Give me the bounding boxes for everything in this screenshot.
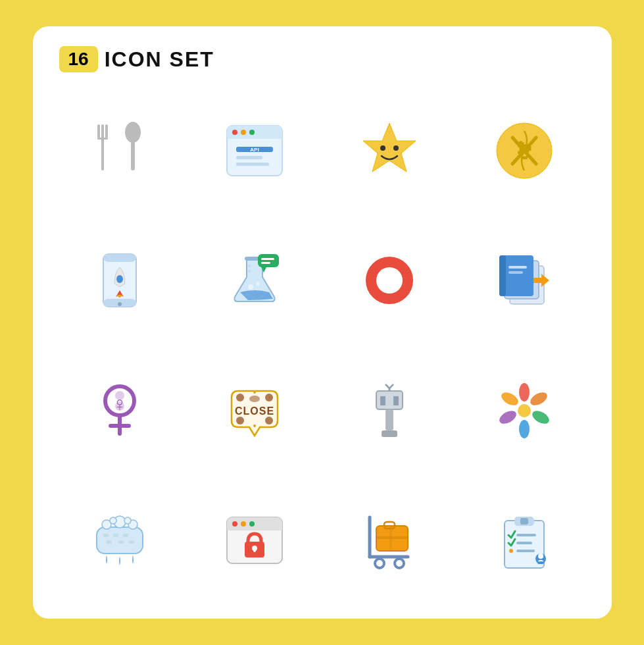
icon-cell-secure-browser <box>194 482 316 600</box>
icon-lab-chat <box>209 234 301 326</box>
icon-cell-star <box>329 92 451 209</box>
svg-point-25 <box>118 302 122 306</box>
svg-point-37 <box>376 267 403 294</box>
icon-cell-lab-chat <box>194 222 316 340</box>
svg-rect-45 <box>533 278 543 283</box>
icon-cell-sponge <box>59 482 181 600</box>
svg-rect-1 <box>97 124 100 139</box>
svg-rect-104 <box>516 542 532 544</box>
svg-point-57 <box>253 391 256 394</box>
svg-point-69 <box>519 420 530 438</box>
svg-point-106 <box>509 549 513 553</box>
icon-cell-usb <box>329 352 451 469</box>
svg-rect-62 <box>393 396 399 405</box>
svg-rect-99 <box>389 526 392 551</box>
svg-point-18 <box>380 145 385 151</box>
icon-mobile-launch <box>74 234 166 326</box>
svg-point-28 <box>248 284 253 290</box>
svg-point-70 <box>497 408 518 426</box>
icon-sponge <box>74 494 166 586</box>
svg-point-68 <box>530 408 551 426</box>
icon-close-sign: CLOSE <box>209 365 301 457</box>
svg-point-26 <box>116 275 123 283</box>
svg-point-94 <box>375 559 384 568</box>
icon-api: API <box>209 105 301 197</box>
svg-point-5 <box>125 122 141 143</box>
svg-rect-82 <box>107 540 112 544</box>
svg-point-88 <box>232 521 237 527</box>
icon-cell-api: API <box>194 92 316 209</box>
icon-book-layers <box>478 234 570 326</box>
icon-cell-close-sign: CLOSE <box>194 352 316 469</box>
svg-marker-17 <box>363 123 416 172</box>
icon-cell-book-layers <box>464 222 585 340</box>
icon-female: ♀ <box>74 365 166 457</box>
svg-point-95 <box>395 559 404 568</box>
svg-point-55 <box>265 417 273 425</box>
svg-rect-79 <box>103 534 109 537</box>
svg-rect-32 <box>261 258 274 260</box>
icon-usb <box>343 365 435 457</box>
main-card: 16 ICON SET <box>33 26 612 619</box>
svg-rect-61 <box>380 396 385 405</box>
svg-rect-80 <box>113 534 118 537</box>
icon-cell-female: ♀ <box>59 352 181 469</box>
title-bar: 16 ICON SET <box>59 46 585 72</box>
svg-rect-15 <box>236 156 262 159</box>
icon-cell-flower <box>464 352 585 469</box>
svg-point-53 <box>265 394 273 401</box>
svg-point-71 <box>499 390 520 408</box>
svg-point-10 <box>232 130 237 135</box>
svg-point-89 <box>241 521 246 527</box>
svg-rect-2 <box>105 124 108 139</box>
svg-point-52 <box>236 394 244 401</box>
icon-cell-cutlery <box>59 92 181 209</box>
svg-rect-33 <box>261 262 270 264</box>
svg-point-12 <box>249 130 255 135</box>
icon-cell-mobile-launch <box>59 222 181 340</box>
svg-point-34 <box>248 265 251 267</box>
svg-point-78 <box>124 517 131 524</box>
svg-point-90 <box>249 521 255 527</box>
svg-rect-103 <box>516 534 536 536</box>
icon-flower <box>478 365 570 457</box>
svg-point-72 <box>518 404 531 417</box>
icon-secure-browser <box>209 494 301 586</box>
icon-luggage-cart <box>343 494 435 586</box>
icon-set-number: 16 <box>59 46 98 72</box>
icon-grid: API ₻ <box>59 92 585 599</box>
icon-star-face <box>343 105 435 197</box>
svg-text:API: API <box>250 147 259 153</box>
svg-point-11 <box>241 130 246 135</box>
svg-point-66 <box>519 383 530 401</box>
svg-text:CLOSE: CLOSE <box>235 405 274 417</box>
icon-currency: ₻ <box>478 105 570 197</box>
svg-rect-93 <box>253 548 256 552</box>
svg-rect-81 <box>123 534 128 537</box>
icon-cell-luggage-cart <box>329 482 451 600</box>
svg-point-59 <box>249 396 260 402</box>
svg-point-35 <box>248 270 251 272</box>
svg-rect-4 <box>101 139 104 170</box>
svg-rect-105 <box>516 550 535 552</box>
icon-checklist <box>478 494 570 586</box>
icon-cell-checklist <box>464 482 585 600</box>
svg-rect-16 <box>236 163 269 166</box>
svg-point-58 <box>253 425 256 427</box>
svg-rect-30 <box>258 254 279 267</box>
svg-rect-84 <box>129 540 134 544</box>
svg-point-77 <box>110 517 116 524</box>
svg-rect-41 <box>499 255 506 296</box>
svg-point-19 <box>393 145 399 151</box>
icon-cutlery <box>74 105 166 197</box>
svg-text:♀: ♀ <box>112 393 128 415</box>
svg-rect-83 <box>118 540 124 544</box>
svg-rect-63 <box>385 409 393 430</box>
svg-rect-6 <box>131 142 135 170</box>
icon-cell-donut <box>329 222 451 340</box>
svg-rect-42 <box>508 266 527 269</box>
icon-cell-currency: ₻ <box>464 92 585 209</box>
svg-rect-23 <box>103 254 136 262</box>
icon-donut <box>343 234 435 326</box>
svg-point-67 <box>528 390 549 408</box>
